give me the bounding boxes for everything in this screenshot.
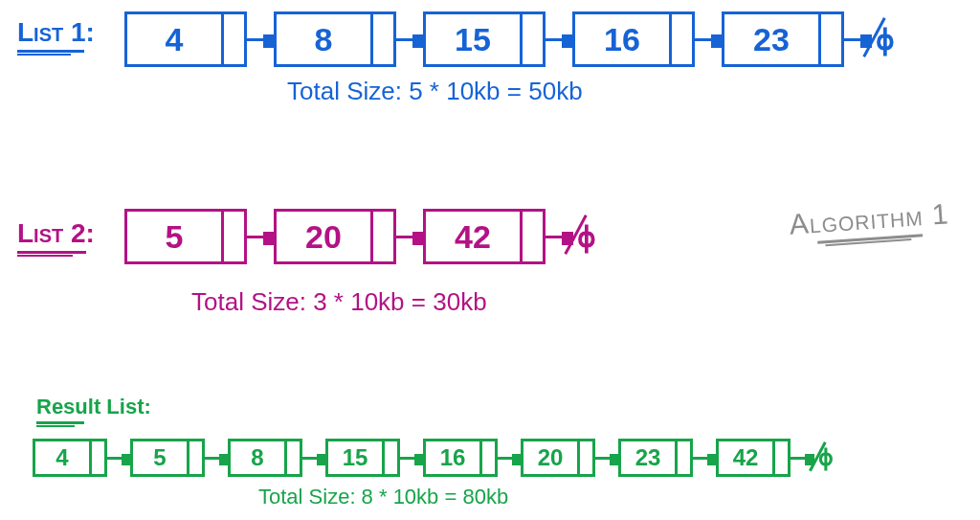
arrow-icon xyxy=(595,457,618,460)
result-list: 4 5 8 15 16 20 23 42 ϕ xyxy=(33,439,838,477)
list1-caption: Total Size: 5 * 10kb = 50kb xyxy=(287,77,583,106)
list2-node-1-value: 20 xyxy=(277,212,370,261)
list1-node-4-ptr xyxy=(818,14,841,64)
list1-label: List 1: xyxy=(17,17,95,56)
list1-node-3-value: 16 xyxy=(575,14,669,64)
list1-node-2: 15 xyxy=(423,11,546,67)
list2-node-0-ptr xyxy=(221,212,244,261)
list2-label-underline2 xyxy=(17,255,73,257)
arrow-icon xyxy=(247,38,274,41)
result-node-6: 23 xyxy=(618,439,693,477)
result-node-6-ptr xyxy=(675,441,690,474)
list1-node-1: 8 xyxy=(274,11,396,67)
arrow-icon xyxy=(396,236,423,238)
list1-node-0-value: 4 xyxy=(127,14,221,64)
list1-node-3: 16 xyxy=(572,11,695,67)
result-label-underline2 xyxy=(36,425,75,427)
result-node-2: 8 xyxy=(228,439,302,477)
result-caption: Total Size: 8 * 10kb = 80kb xyxy=(258,485,508,509)
result-label: Result List: xyxy=(36,395,151,427)
list2-node-2-ptr xyxy=(520,212,543,261)
list1-node-4: 23 xyxy=(722,11,844,67)
list2-label-underline xyxy=(17,251,86,254)
list2-caption: Total Size: 3 * 10kb = 30kb xyxy=(191,287,487,317)
result-node-2-value: 8 xyxy=(231,441,284,474)
result-node-2-ptr xyxy=(284,441,300,474)
result-node-0-ptr xyxy=(89,441,104,474)
list1-node-2-value: 15 xyxy=(426,14,520,64)
arrow-icon xyxy=(546,38,572,41)
arrow-icon xyxy=(844,38,871,41)
arrow-icon xyxy=(400,457,423,460)
result-node-5-ptr xyxy=(577,441,592,474)
result-node-4-value: 16 xyxy=(426,441,479,474)
list2-node-0: 5 xyxy=(124,209,247,264)
result-node-7: 42 xyxy=(716,439,791,477)
list2-null: ϕ xyxy=(572,209,601,264)
result-node-7-ptr xyxy=(772,441,788,474)
result-node-1-value: 5 xyxy=(133,441,187,474)
arrow-icon xyxy=(693,457,716,460)
algorithm-title: Algorithm 1 xyxy=(789,197,950,249)
result-node-0-value: 4 xyxy=(35,441,89,474)
diagram-canvas: List 1: 4 8 15 16 23 ϕ Total Size: 5 * 1… xyxy=(0,0,980,520)
list2-node-0-value: 5 xyxy=(127,212,221,261)
list1-node-1-value: 8 xyxy=(277,14,370,64)
arrow-icon xyxy=(546,236,572,238)
list1-node-1-ptr xyxy=(370,14,393,64)
list1-null: ϕ xyxy=(871,11,900,67)
arrow-icon xyxy=(205,457,228,460)
arrow-icon xyxy=(107,457,130,460)
list1-label-text: List 1: xyxy=(17,17,95,48)
list2-label-text: List 2: xyxy=(17,218,95,249)
arrow-icon xyxy=(695,38,722,41)
list2-node-1: 20 xyxy=(274,209,396,264)
list1-node-4-value: 23 xyxy=(724,14,818,64)
result-node-1-ptr xyxy=(187,441,202,474)
list1-node-0: 4 xyxy=(124,11,247,67)
result-node-5: 20 xyxy=(521,439,595,477)
list1-node-3-ptr xyxy=(669,14,692,64)
result-node-0: 4 xyxy=(33,439,107,477)
list1-node-0-ptr xyxy=(221,14,244,64)
list1-label-underline xyxy=(17,50,84,53)
result-node-1: 5 xyxy=(130,439,205,477)
list1-node-2-ptr xyxy=(520,14,543,64)
list1: 4 8 15 16 23 ϕ xyxy=(124,11,900,67)
arrow-icon xyxy=(791,457,813,460)
result-node-7-value: 42 xyxy=(719,441,772,474)
list2-node-2: 42 xyxy=(423,209,546,264)
arrow-icon xyxy=(498,457,521,460)
result-node-3: 15 xyxy=(325,439,400,477)
list2-node-1-ptr xyxy=(370,212,393,261)
result-node-4: 16 xyxy=(423,439,498,477)
list2-label: List 2: xyxy=(17,218,95,257)
result-node-4-ptr xyxy=(479,441,495,474)
algorithm-title-text: Algorithm 1 xyxy=(789,197,950,241)
result-label-text: Result List: xyxy=(36,395,151,419)
arrow-icon xyxy=(247,236,274,238)
result-node-3-ptr xyxy=(382,441,397,474)
list2-node-2-value: 42 xyxy=(426,212,520,261)
list1-label-underline2 xyxy=(17,54,71,56)
result-label-underline xyxy=(36,421,84,424)
arrow-icon xyxy=(302,457,325,460)
result-node-6-value: 23 xyxy=(621,441,675,474)
list2: 5 20 42 ϕ xyxy=(124,209,601,264)
result-node-3-value: 15 xyxy=(328,441,382,474)
result-node-5-value: 20 xyxy=(523,441,577,474)
result-null: ϕ xyxy=(813,439,838,477)
arrow-icon xyxy=(396,38,423,41)
